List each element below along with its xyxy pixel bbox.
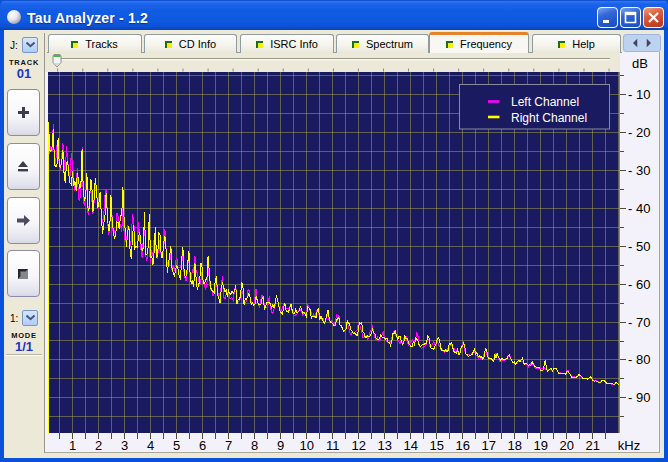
svg-text:- 30: - 30 [628, 163, 650, 178]
svg-text:18: 18 [507, 438, 521, 453]
svg-text:4: 4 [147, 438, 154, 453]
svg-text:- 50: - 50 [628, 239, 650, 254]
svg-text:- 70: - 70 [628, 315, 650, 330]
svg-text:- 20: - 20 [628, 125, 650, 140]
svg-text:7: 7 [225, 438, 232, 453]
svg-text:6: 6 [199, 438, 206, 453]
svg-text:- 40: - 40 [628, 201, 650, 216]
svg-text:19: 19 [533, 438, 547, 453]
svg-text:1: 1 [69, 438, 76, 453]
svg-text:5: 5 [173, 438, 180, 453]
svg-text:17: 17 [481, 438, 495, 453]
svg-text:dB: dB [632, 56, 648, 71]
svg-text:- 60: - 60 [628, 277, 650, 292]
svg-text:- 90: - 90 [628, 390, 650, 405]
svg-text:9: 9 [277, 438, 284, 453]
svg-text:15: 15 [429, 438, 443, 453]
svg-text:21: 21 [585, 438, 599, 453]
svg-text:20: 20 [559, 438, 573, 453]
svg-text:10: 10 [299, 438, 313, 453]
svg-text:Right Channel: Right Channel [511, 111, 587, 125]
svg-text:- 80: - 80 [628, 352, 650, 367]
svg-text:12: 12 [351, 438, 365, 453]
svg-text:- 10: - 10 [628, 87, 650, 102]
svg-text:14: 14 [403, 438, 417, 453]
svg-text:13: 13 [377, 438, 391, 453]
svg-text:2: 2 [95, 438, 102, 453]
svg-text:Left Channel: Left Channel [511, 95, 579, 109]
svg-text:16: 16 [455, 438, 469, 453]
svg-text:3: 3 [121, 438, 128, 453]
svg-text:11: 11 [326, 438, 340, 453]
svg-text:8: 8 [251, 438, 258, 453]
svg-text:kHz: kHz [618, 438, 640, 453]
